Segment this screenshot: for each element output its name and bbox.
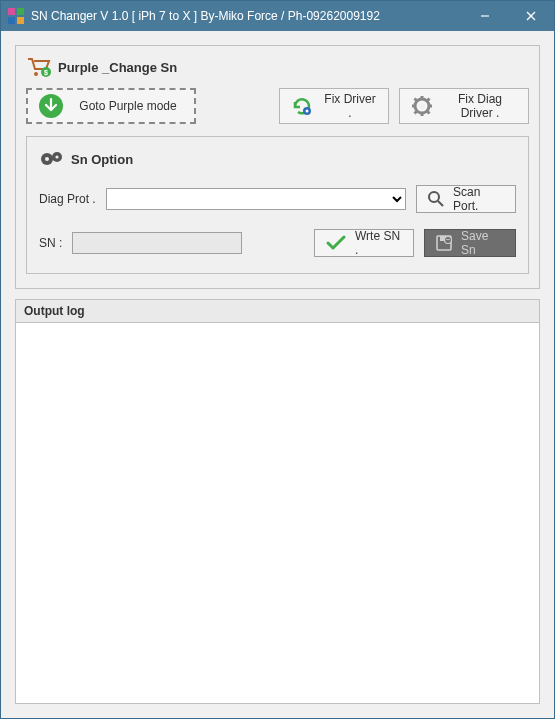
goto-purple-button[interactable]: Goto Purple mode: [26, 88, 196, 124]
fix-driver-button[interactable]: Fix Driver .: [279, 88, 389, 124]
svg-rect-2: [8, 17, 15, 24]
save-sn-button[interactable]: Save Sn: [424, 229, 516, 257]
svg-line-19: [415, 99, 417, 101]
output-log-header: Output log: [16, 300, 539, 323]
output-log-panel: Output log: [15, 299, 540, 704]
main-panel: $ Purple _Change Sn Goto Purple mode: [15, 45, 540, 289]
app-window: SN Changer V 1.0 [ iPh 7 to X ] By-Miko …: [0, 0, 555, 719]
svg-point-27: [55, 155, 58, 158]
svg-line-20: [428, 112, 430, 114]
svg-line-21: [415, 112, 417, 114]
cart-icon: $: [26, 56, 52, 78]
fix-diag-driver-button[interactable]: Fix Diag Driver .: [399, 88, 529, 124]
main-panel-title: Purple _Change Sn: [58, 60, 177, 75]
sn-option-group: Sn Option Diag Prot . Scan Port.: [26, 136, 529, 274]
sn-option-title: Sn Option: [71, 152, 133, 167]
svg-point-7: [34, 72, 38, 76]
svg-rect-0: [8, 8, 15, 15]
sn-option-header: Sn Option: [39, 149, 516, 169]
check-icon: [325, 234, 347, 252]
sn-input[interactable]: [72, 232, 242, 254]
svg-point-23: [419, 103, 425, 109]
svg-point-32: [445, 237, 452, 244]
main-panel-header: $ Purple _Change Sn: [26, 56, 529, 78]
save-icon: [435, 234, 453, 252]
client-area: $ Purple _Change Sn Goto Purple mode: [1, 31, 554, 718]
gears-icon: [39, 149, 65, 169]
window-title: SN Changer V 1.0 [ iPh 7 to X ] By-Miko …: [31, 9, 462, 23]
sn-label: SN :: [39, 236, 62, 250]
scan-port-label: Scan Port.: [453, 185, 505, 213]
fix-driver-label: Fix Driver .: [322, 92, 378, 120]
scan-port-button[interactable]: Scan Port.: [416, 185, 516, 213]
diag-prot-label: Diag Prot .: [39, 192, 96, 206]
svg-rect-1: [17, 8, 24, 15]
svg-line-29: [438, 201, 443, 206]
svg-point-26: [45, 157, 49, 161]
write-sn-button[interactable]: Wrte SN .: [314, 229, 414, 257]
svg-text:$: $: [44, 69, 48, 77]
goto-purple-label: Goto Purple mode: [72, 99, 184, 113]
diag-prot-combo[interactable]: [106, 188, 406, 210]
download-circle-icon: [38, 93, 64, 119]
refresh-gear-icon: [290, 94, 314, 118]
close-button[interactable]: [508, 1, 554, 31]
svg-point-34: [448, 239, 450, 241]
save-sn-label: Save Sn: [461, 229, 505, 257]
fix-diag-driver-label: Fix Diag Driver .: [442, 92, 518, 120]
svg-point-33: [446, 239, 448, 241]
write-sn-label: Wrte SN .: [355, 229, 403, 257]
output-log-body[interactable]: [16, 323, 539, 703]
minimize-button[interactable]: [462, 1, 508, 31]
gear-icon: [410, 94, 434, 118]
svg-rect-3: [17, 17, 24, 24]
action-button-row: Goto Purple mode Fix Driver .: [26, 88, 529, 124]
sn-row: SN : Wrte SN .: [39, 229, 516, 257]
app-icon: [7, 7, 25, 25]
diag-port-row: Diag Prot . Scan Port.: [39, 185, 516, 213]
svg-point-28: [429, 192, 439, 202]
svg-point-13: [306, 110, 309, 113]
svg-line-22: [428, 99, 430, 101]
title-bar: SN Changer V 1.0 [ iPh 7 to X ] By-Miko …: [1, 1, 554, 31]
search-icon: [427, 190, 445, 208]
